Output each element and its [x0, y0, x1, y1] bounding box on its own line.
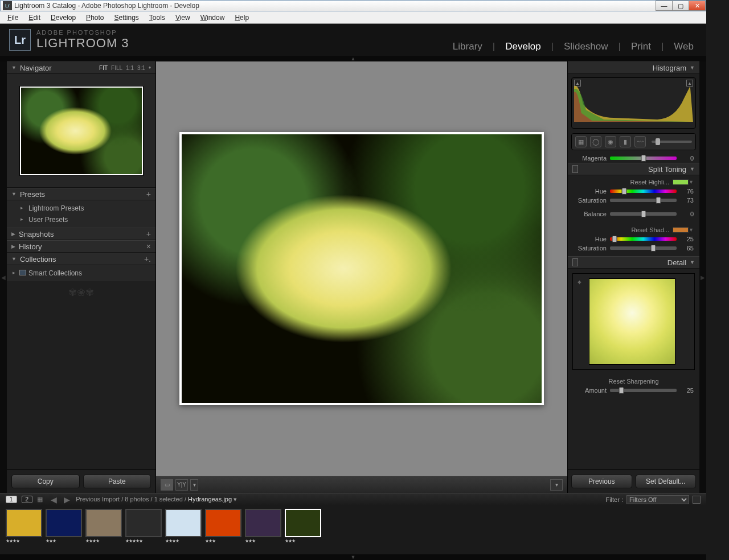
history-header[interactable]: ▶ History × — [7, 240, 155, 253]
preset-folder-lightroom[interactable]: Lightroom Presets — [7, 203, 155, 214]
redeye-tool-icon[interactable]: ◉ — [605, 136, 616, 147]
magenta-label: Magenta — [574, 155, 607, 162]
zoom-fill[interactable]: FILL — [111, 65, 122, 71]
paste-button[interactable]: Paste — [83, 475, 151, 488]
left-edge-toggle[interactable]: ◀ — [0, 61, 7, 493]
module-print[interactable]: Print — [631, 41, 651, 52]
menu-develop[interactable]: Develop — [46, 13, 81, 23]
navigator-title: Navigator — [20, 64, 52, 72]
chevron-down-icon[interactable]: ▼ — [689, 179, 694, 185]
copy-button[interactable]: Copy — [11, 475, 80, 488]
filmstrip-thumb[interactable]: ★★★★ — [85, 509, 122, 551]
navigator-header[interactable]: ▼ Navigator FIT FILL 1:1 3:1 ♦ — [7, 61, 155, 74]
smart-collections-item[interactable]: ▸ Smart Collections — [7, 267, 155, 279]
maximize-button[interactable]: ▢ — [672, 1, 689, 11]
image-canvas[interactable] — [156, 61, 567, 476]
right-edge-toggle[interactable]: ▶ — [699, 61, 706, 493]
filmstrip-thumb[interactable]: ★★★ — [285, 509, 321, 551]
add-snapshot-icon[interactable]: + — [146, 229, 151, 238]
filmstrip-thumb[interactable]: ★★★ — [46, 509, 82, 551]
filmstrip-thumb[interactable]: ★★★★ — [165, 509, 202, 551]
reset-sharpening-label[interactable]: Reset Sharpening — [608, 378, 658, 385]
filmstrip-thumb[interactable]: ★★★★★ — [125, 509, 162, 551]
spot-tool-icon[interactable]: ◯ — [590, 136, 601, 147]
menu-settings[interactable]: Settings — [109, 13, 144, 23]
clear-history-icon[interactable]: × — [146, 242, 151, 251]
top-panel-toggle[interactable]: ▲ — [0, 56, 706, 61]
panel-switch-icon[interactable] — [572, 165, 578, 173]
toolbar-menu-icon[interactable]: ▾ — [550, 479, 563, 491]
tool-strip: ▦ ◯ ◉ ▮ 〰 — [571, 133, 696, 150]
add-collection-icon[interactable]: +. — [144, 254, 151, 263]
navigator-preview[interactable] — [7, 74, 155, 188]
collections-list: ▸ Smart Collections — [7, 265, 155, 281]
split-toning-header[interactable]: Split Toning ▼ — [568, 163, 699, 175]
presets-header[interactable]: ▼ Presets + — [7, 188, 155, 200]
source-path[interactable]: Previous Import / 8 photos / 1 selected … — [76, 496, 237, 503]
shadow-swatch[interactable] — [673, 227, 689, 233]
preset-folder-user[interactable]: User Presets — [7, 214, 155, 225]
set-default-button[interactable]: Set Default... — [636, 475, 697, 488]
highlight-swatch[interactable] — [673, 179, 689, 185]
filmstrip-thumb[interactable]: ★★★★ — [6, 509, 42, 551]
detail-crop-image[interactable] — [589, 278, 675, 365]
histogram-header[interactable]: Histogram ▼ — [568, 61, 699, 74]
zoom-fit[interactable]: FIT — [99, 65, 108, 71]
bottom-panel-toggle[interactable]: ▼ — [0, 554, 706, 560]
reset-shadows-label[interactable]: Reset Shad... — [631, 227, 669, 233]
brand-name: LIGHTROOM 3 — [36, 36, 129, 51]
add-preset-icon[interactable]: + — [146, 190, 151, 199]
module-library[interactable]: Library — [453, 41, 482, 52]
before-after-menu-icon[interactable]: ▾ — [190, 479, 198, 491]
monitor-1-button[interactable]: 1 — [6, 496, 17, 503]
menu-view[interactable]: View — [170, 13, 195, 23]
menu-window[interactable]: Window — [195, 13, 230, 23]
filmstrip-thumb[interactable]: ★★★ — [205, 509, 241, 551]
crop-tool-icon[interactable]: ▦ — [575, 136, 587, 147]
magenta-slider[interactable]: Magenta 0 — [568, 154, 699, 163]
filmstrip-thumb[interactable]: ★★★ — [245, 509, 281, 551]
loupe-view-icon[interactable]: ▭ — [161, 479, 173, 491]
brush-size-slider[interactable] — [652, 141, 692, 143]
nav-back-icon[interactable]: ◀ — [50, 495, 58, 504]
thumb-rating: ★★★ — [205, 537, 241, 543]
monitor-2-button[interactable]: 2 — [22, 496, 33, 503]
menu-tools[interactable]: Tools — [144, 13, 170, 23]
histogram-display[interactable]: ▲ ▲ — [571, 77, 696, 129]
menu-edit[interactable]: Edit — [23, 13, 46, 23]
filter-lock-icon[interactable] — [693, 496, 701, 504]
gradient-tool-icon[interactable]: ▮ — [620, 136, 631, 147]
nav-forward-icon[interactable]: ▶ — [63, 495, 71, 504]
sharpen-amount-slider[interactable]: Amount 25 — [568, 386, 699, 395]
zoom-3-1[interactable]: 3:1 — [137, 65, 145, 71]
minimize-button[interactable]: — — [656, 1, 673, 11]
menu-help[interactable]: Help — [230, 13, 254, 23]
close-button[interactable]: ✕ — [689, 1, 706, 11]
magenta-value[interactable]: 0 — [680, 155, 694, 162]
module-web[interactable]: Web — [674, 41, 694, 52]
menu-file[interactable]: File — [2, 13, 23, 23]
panel-switch-icon[interactable] — [572, 258, 578, 266]
menu-photo[interactable]: Photo — [81, 13, 109, 23]
filter-select[interactable]: Filters Off — [626, 495, 689, 504]
highlight-hue-slider[interactable]: Hue 76 — [568, 187, 699, 196]
before-after-icon[interactable]: Y|Y — [175, 479, 188, 491]
balance-slider[interactable]: Balance 0 — [568, 209, 699, 219]
module-develop[interactable]: Develop — [505, 41, 540, 52]
shadow-sat-slider[interactable]: Saturation 65 — [568, 244, 699, 253]
zoom-chevron-icon[interactable]: ♦ — [149, 65, 151, 71]
reset-highlights-label[interactable]: Reset Highli... — [630, 179, 669, 186]
zoom-1-1[interactable]: 1:1 — [126, 65, 134, 71]
chevron-down-icon[interactable]: ▼ — [689, 227, 694, 233]
previous-button[interactable]: Previous — [571, 475, 632, 488]
highlight-sat-slider[interactable]: Saturation 73 — [568, 196, 699, 205]
brush-tool-icon[interactable]: 〰 — [634, 136, 646, 147]
shadow-hue-slider[interactable]: Hue 25 — [568, 234, 699, 244]
detail-header[interactable]: Detail ▼ — [568, 256, 699, 269]
module-slideshow[interactable]: Slideshow — [564, 41, 608, 52]
detail-target-icon[interactable]: ⌖ — [578, 278, 585, 286]
grid-view-icon[interactable]: ▦ — [37, 496, 45, 504]
thumb-rating: ★★★★ — [85, 537, 122, 543]
collections-header[interactable]: ▼ Collections +. — [7, 253, 155, 265]
snapshots-header[interactable]: ▶ Snapshots + — [7, 228, 155, 240]
